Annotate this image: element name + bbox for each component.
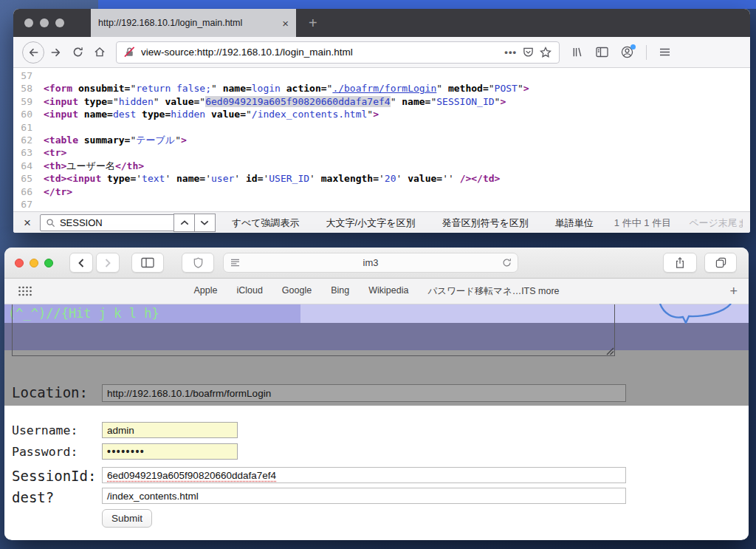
grid-dots-icon [18,286,32,296]
account-button[interactable] [621,46,633,58]
insecure-lock-icon [124,47,135,58]
tab-close-icon[interactable]: × [282,18,289,29]
bookmarks-grid-button[interactable] [18,286,32,296]
tab-title: http://192.168.10.1/login_main.html [98,18,276,28]
line-number: 66 [13,185,44,198]
new-tab-button[interactable]: + [309,16,317,30]
reader-icon[interactable] [230,259,240,267]
firefox-tab-bar: http://192.168.10.1/login_main.html × + [13,9,750,37]
back-button[interactable] [69,253,93,273]
back-arrow-icon [27,47,39,58]
find-previous-button[interactable] [173,214,195,232]
findbar-close-button[interactable]: × [24,216,31,229]
page-title: im3 [363,257,379,268]
shield-icon [193,257,203,268]
browser-tab[interactable]: http://192.168.10.1/login_main.html × [91,9,296,37]
safari-traffic-lights [15,259,53,267]
reload-button[interactable] [72,47,83,58]
reload-button[interactable] [502,258,512,267]
bookmarks-bar: AppleiCloudGoogleBingWikipediaパスワード移転マネ…… [4,279,749,304]
line-number: 57 [13,69,44,82]
traffic-zoom-button[interactable] [44,259,53,267]
bookmarks-bar-plus-button[interactable]: + [729,284,738,298]
sessionid-input[interactable]: 6ed0949219a605f90820660ddafa7ef4 [102,467,626,483]
sessionid-value: 6ed0949219a605f90820660ddafa7ef4 [107,470,276,481]
textarea-resize-handle[interactable] [605,347,614,355]
source-line: 65<td><input type='text' name='user' id=… [13,172,750,185]
sidebar-toggle-button[interactable] [131,253,164,273]
pocket-button[interactable] [523,47,534,58]
line-number: 58 [13,82,44,95]
traffic-zoom-button[interactable] [55,18,64,27]
sidebar-icon [596,47,608,58]
bookmark-item[interactable]: Google [282,285,312,298]
source-line: 57 [13,69,750,82]
forward-button[interactable] [50,47,62,58]
bookmarks-list: AppleiCloudGoogleBingWikipediaパスワード移転マネ…… [193,285,559,298]
home-button[interactable] [94,47,106,58]
bookmark-item[interactable]: iCloud [236,285,262,298]
forward-arrow-icon [50,47,62,58]
chevron-right-icon [105,259,111,267]
findbar-option[interactable]: すべて強調表示 [232,216,300,230]
find-bar: × SESSION すべて強調表示大文字/小文字を区別発音区別符号を区別単語単位… [13,211,750,233]
submit-button[interactable]: Submit [102,509,152,528]
sidebar-icon [141,257,154,268]
line-number: 64 [13,160,44,172]
sessionid-label: SessionId: [12,468,96,484]
home-icon [94,47,106,58]
textarea[interactable] [12,304,615,356]
traffic-minimize-button[interactable] [30,259,38,267]
location-label: Location: [12,384,88,400]
safari-toolbar: im3 [4,248,749,279]
firefox-traffic-lights [24,18,64,27]
bookmark-item[interactable]: Bing [331,285,349,298]
menu-button[interactable] [659,47,670,57]
share-icon [675,256,685,269]
password-input[interactable]: •••••••• [102,443,238,460]
password-label: Password: [12,445,78,459]
firefox-window: http://192.168.10.1/login_main.html × + … [13,9,750,233]
source-line: 64<th>ユーザー名</th> [13,160,750,172]
chevron-down-icon [200,220,209,225]
username-input[interactable]: admin [102,422,238,438]
find-input[interactable]: SESSION [40,214,174,231]
back-button[interactable] [22,41,44,64]
reader-lines-icon [230,259,240,267]
firefox-toolbar-right [571,45,670,60]
line-number: 63 [13,146,44,159]
traffic-minimize-button[interactable] [40,18,49,27]
sidebar-button[interactable] [596,47,608,58]
findbar-option[interactable]: 大文字/小文字を区別 [326,216,416,230]
bookmark-item[interactable]: Apple [193,285,217,298]
traffic-close-button[interactable] [15,259,24,267]
findbar-option[interactable]: 発音区別符号を区別 [442,216,529,230]
username-label: Username: [12,423,78,437]
privacy-shield-button[interactable] [182,253,214,273]
dest-value: /index_contents.html [107,491,199,502]
location-input[interactable]: http://192.168.10.1/boafrm/formLogin [102,384,626,402]
line-number: 59 [13,95,44,108]
page-actions-button[interactable]: ••• [504,47,517,58]
dest-label: dest? [12,489,54,505]
share-button[interactable] [663,253,697,273]
safari-address-field[interactable]: im3 [223,253,518,273]
forward-button[interactable] [96,253,120,273]
firefox-address-bar[interactable]: view-source:http://192.168.10.1/login_ma… [116,41,560,64]
bookmark-item[interactable]: Wikipedia [368,285,408,298]
findbar-wrap-notice: ページ末尾ま [689,216,743,230]
search-icon [46,218,55,228]
line-number: 65 [13,172,44,185]
resize-grip-icon [605,347,614,355]
tabs-icon [715,257,726,268]
tabs-overview-button[interactable] [704,253,737,273]
findbar-options: すべて強調表示大文字/小文字を区別発音区別符号を区別単語単位 [232,216,594,230]
bookmark-item[interactable]: パスワード移転マネ…ITS more [427,285,559,298]
bookmark-star-button[interactable] [540,47,551,58]
library-button[interactable] [571,47,583,58]
findbar-option[interactable]: 単語単位 [555,216,594,230]
dest-input[interactable]: /index_contents.html [102,488,626,504]
traffic-close-button[interactable] [24,18,33,27]
hamburger-icon [659,47,670,57]
find-next-button[interactable] [194,214,216,232]
